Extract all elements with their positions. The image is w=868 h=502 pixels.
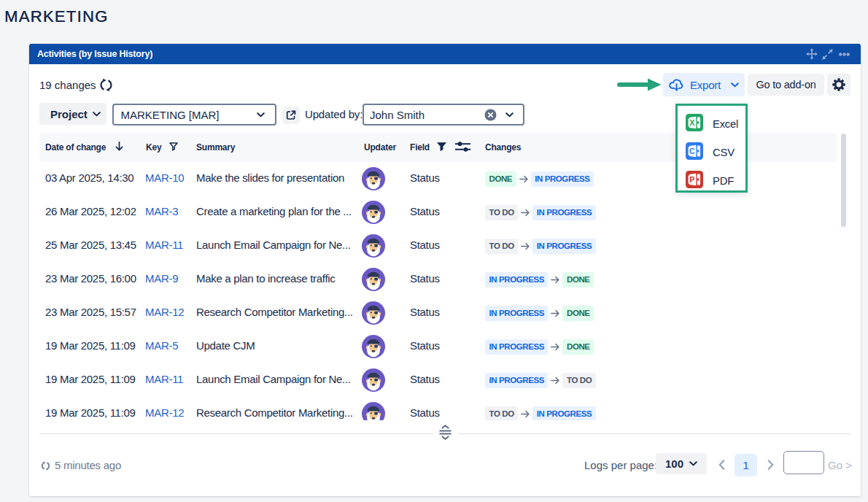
svg-text:P: P (689, 175, 694, 184)
svg-text:C: C (689, 147, 695, 155)
svg-text:X: X (689, 118, 695, 127)
